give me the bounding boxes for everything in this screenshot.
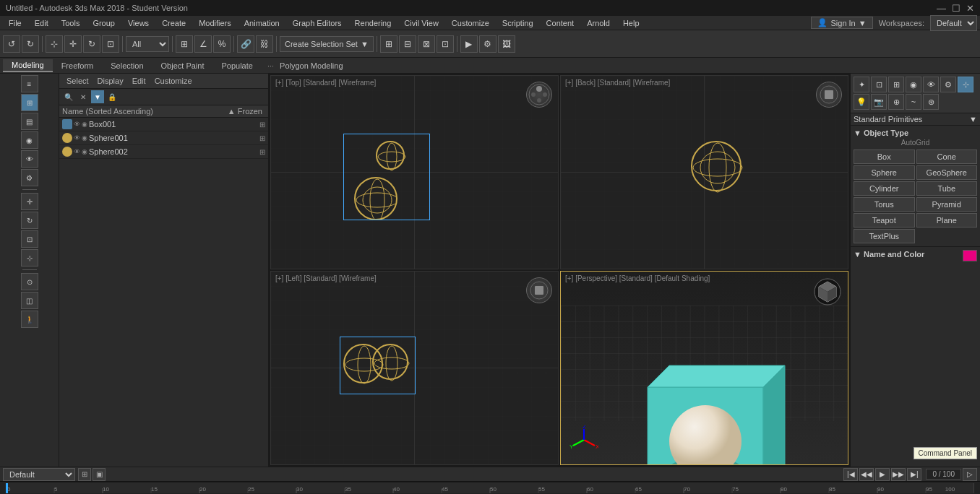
- viewport-back[interactable]: [+] [Back] [Standard] [Wireframe]: [560, 75, 848, 269]
- tab-extras[interactable]: ···: [267, 61, 274, 70]
- signin-button[interactable]: 👤 Sign In ▼: [811, 17, 872, 29]
- workspaces-dropdown[interactable]: Default: [930, 15, 977, 31]
- create-selection-set-btn[interactable]: Create Selection Set ▼: [280, 36, 374, 52]
- display-panel-btn[interactable]: 👁: [923, 77, 939, 92]
- scene-item-box001[interactable]: 👁 ◉ Box001 ⊞: [59, 118, 268, 131]
- play-fwd-btn[interactable]: ▶▶: [891, 468, 906, 481]
- scene-menu-display[interactable]: Display: [93, 75, 128, 87]
- snap-btn[interactable]: ⊞: [176, 35, 193, 53]
- systems-btn[interactable]: ⊛: [923, 94, 939, 110]
- tab-modeling[interactable]: Modeling: [3, 59, 53, 72]
- array-btn[interactable]: ⊠: [418, 35, 435, 53]
- minimize-btn[interactable]: —: [937, 3, 946, 14]
- hierarchy-panel-btn[interactable]: ⊞: [888, 77, 904, 92]
- tube-btn[interactable]: Tube: [916, 181, 978, 196]
- helper-btn[interactable]: ⊕: [888, 94, 904, 110]
- timeline-ruler[interactable]: 0 5 10 15 20 25 30 35 40 45 50 55 60: [6, 483, 974, 493]
- prev-key-btn[interactable]: ◀◀: [859, 468, 874, 481]
- tab-selection[interactable]: Selection: [102, 60, 152, 72]
- move-tool[interactable]: ✛: [21, 193, 38, 210]
- active-panel-btn[interactable]: ⊹: [958, 77, 973, 92]
- viewport-perspective[interactable]: [+] [Perspective] [Standard] [Default Sh…: [560, 271, 848, 465]
- menu-tools[interactable]: Tools: [56, 17, 86, 29]
- spacewarp-btn[interactable]: ~: [906, 94, 921, 110]
- explorer-filter-btn[interactable]: ▼: [91, 90, 104, 103]
- next-btn[interactable]: ▷: [963, 468, 977, 481]
- walk-through-tool[interactable]: 🚶: [21, 311, 38, 328]
- field-of-view-tool[interactable]: ◫: [21, 292, 38, 309]
- rotate-btn[interactable]: ↻: [83, 35, 100, 53]
- render-icon[interactable]: ▣: [93, 468, 106, 481]
- menu-create[interactable]: Create: [156, 17, 192, 29]
- box-btn[interactable]: Box: [854, 150, 915, 164]
- camera-btn[interactable]: 📷: [871, 94, 887, 110]
- utility-panel-btn[interactable]: ⚙: [940, 77, 956, 92]
- viewport-left[interactable]: [+] [Left] [Standard] [Wireframe]: [270, 271, 559, 465]
- command-panel-toggle[interactable]: ⊞: [21, 94, 38, 111]
- scene-menu-customize[interactable]: Customize: [150, 75, 197, 87]
- scene-menu-select[interactable]: Select: [62, 75, 93, 87]
- tab-populate[interactable]: Populate: [212, 60, 261, 72]
- layer-icon[interactable]: ⊞: [78, 468, 91, 481]
- mirror-btn[interactable]: ⊟: [399, 35, 416, 53]
- tab-freeform[interactable]: Freeform: [53, 60, 103, 72]
- render-btn[interactable]: ▶: [460, 35, 478, 53]
- display-panel-toggle[interactable]: 👁: [21, 150, 38, 168]
- select-tool[interactable]: ⊹: [21, 249, 38, 266]
- cone-btn[interactable]: Cone: [916, 150, 978, 164]
- pyramid-btn[interactable]: Pyramid: [916, 197, 978, 212]
- percent-snap-btn[interactable]: %: [213, 35, 231, 53]
- explorer-search-btn[interactable]: 🔍: [62, 90, 75, 103]
- zoom-extents-tool[interactable]: ⊙: [21, 273, 38, 290]
- scene-explorer-toggle[interactable]: ≡: [21, 75, 38, 92]
- create-panel-btn[interactable]: ✦: [854, 77, 869, 92]
- motion-panel-btn[interactable]: ◉: [906, 77, 921, 92]
- close-btn[interactable]: ✕: [966, 3, 974, 14]
- scale-tool[interactable]: ⊡: [21, 230, 38, 248]
- layer-dropdown[interactable]: Default: [3, 468, 75, 481]
- teapot-btn[interactable]: Teapot: [854, 213, 915, 228]
- undo-btn[interactable]: ↺: [3, 35, 20, 53]
- menu-modifiers[interactable]: Modifiers: [193, 17, 237, 29]
- menu-edit[interactable]: Edit: [29, 17, 54, 29]
- menu-file[interactable]: File: [3, 17, 27, 29]
- move-btn[interactable]: ✛: [64, 35, 82, 53]
- menu-graph-editors[interactable]: Graph Editors: [287, 17, 348, 29]
- sphere-btn[interactable]: Sphere: [854, 165, 915, 180]
- render-setup-btn[interactable]: ⚙: [479, 35, 497, 53]
- redo-btn[interactable]: ↻: [22, 35, 39, 53]
- frame-counter[interactable]: 0 / 100: [926, 469, 961, 480]
- textplus-btn[interactable]: TextPlus: [854, 229, 915, 243]
- menu-arnold[interactable]: Arnold: [581, 17, 616, 29]
- utilities-panel-toggle[interactable]: ⚙: [21, 169, 38, 186]
- plane-btn[interactable]: Plane: [916, 213, 978, 228]
- menu-group[interactable]: Group: [87, 17, 121, 29]
- menu-customize[interactable]: Customize: [446, 17, 495, 29]
- play-btn[interactable]: ▶: [875, 468, 890, 481]
- menu-content[interactable]: Content: [541, 17, 580, 29]
- render-frame-btn[interactable]: 🖼: [498, 35, 515, 53]
- viewport-top[interactable]: [+] [Top] [Standard] [Wireframe]: [270, 75, 559, 269]
- view-dropdown[interactable]: All: [126, 36, 169, 52]
- geosphere-btn[interactable]: GeoSphere: [916, 165, 978, 180]
- standard-primitives-chevron[interactable]: ▼: [969, 115, 977, 124]
- maximize-btn[interactable]: ☐: [952, 3, 960, 14]
- explorer-close-btn[interactable]: ✕: [77, 90, 90, 103]
- next-frame-btn[interactable]: ▶|: [907, 468, 921, 481]
- rotate-tool[interactable]: ↻: [21, 212, 38, 229]
- select-btn[interactable]: ⊹: [46, 35, 63, 53]
- scene-item-sphere002[interactable]: 👁 ◉ Sphere002 ⊞: [59, 145, 268, 159]
- scale-btn[interactable]: ⊡: [102, 35, 119, 53]
- scene-menu-edit[interactable]: Edit: [128, 75, 150, 87]
- track-bar-toggle[interactable]: ▤: [21, 113, 38, 130]
- prev-frame-btn[interactable]: |◀: [843, 468, 858, 481]
- tab-object-paint[interactable]: Object Paint: [152, 60, 213, 72]
- align-btn[interactable]: ⊞: [380, 35, 397, 53]
- motion-panel-toggle[interactable]: ◉: [21, 131, 38, 149]
- menu-rendering[interactable]: Rendering: [349, 17, 397, 29]
- unlink-btn[interactable]: ⛓: [256, 35, 273, 53]
- light-btn[interactable]: 💡: [854, 94, 869, 110]
- torus-btn[interactable]: Torus: [854, 197, 915, 212]
- menu-civil-view[interactable]: Civil View: [398, 17, 444, 29]
- modify-panel-btn[interactable]: ⊡: [871, 77, 887, 92]
